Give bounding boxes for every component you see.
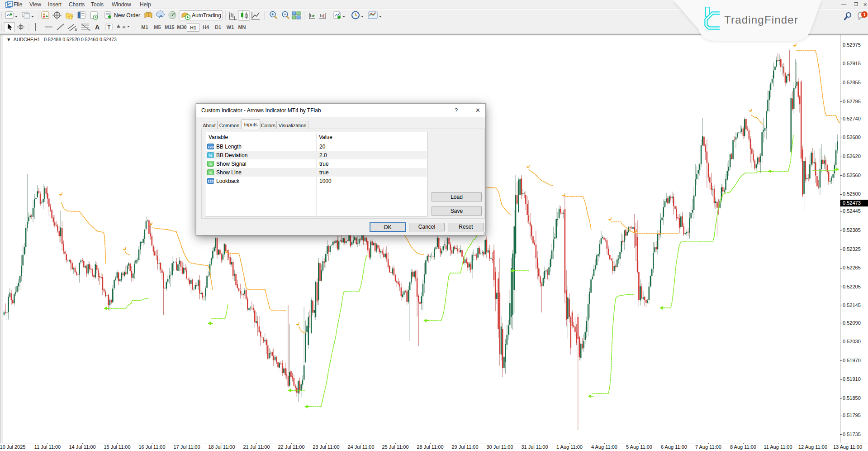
svg-text:A: A xyxy=(95,24,100,31)
svg-text:T: T xyxy=(108,24,111,30)
svg-text:F: F xyxy=(89,29,90,32)
svg-text:E: E xyxy=(75,28,77,31)
svg-text:New Order: New Order xyxy=(114,12,140,19)
svg-text:AutoTrading: AutoTrading xyxy=(192,12,221,19)
svg-text:1: 1 xyxy=(863,12,866,17)
